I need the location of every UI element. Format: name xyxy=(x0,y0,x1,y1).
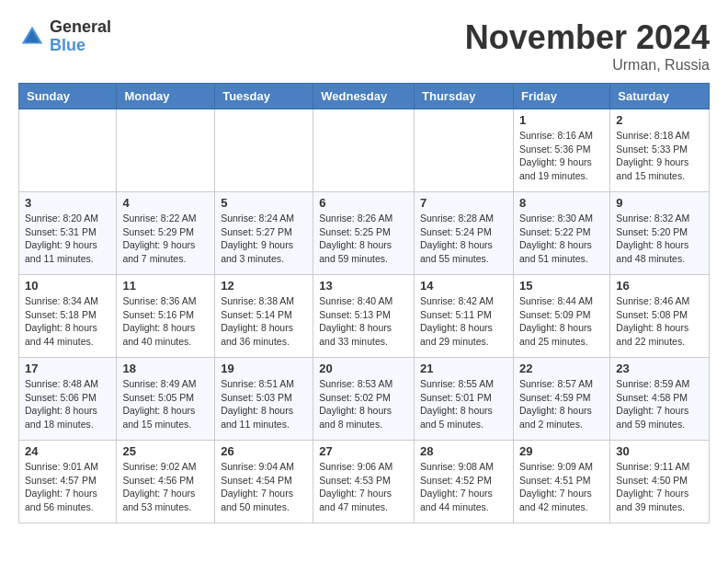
calendar-cell xyxy=(117,109,215,192)
day-info: Sunrise: 9:02 AMSunset: 4:56 PMDaylight:… xyxy=(122,460,209,514)
calendar-cell: 18 Sunrise: 8:49 AMSunset: 5:05 PMDaylig… xyxy=(117,358,215,441)
calendar-cell: 1 Sunrise: 8:16 AMSunset: 5:36 PMDayligh… xyxy=(513,109,609,192)
day-number: 24 xyxy=(25,444,110,458)
day-info: Sunrise: 9:04 AMSunset: 4:54 PMDaylight:… xyxy=(221,460,307,514)
calendar-cell xyxy=(215,109,313,192)
day-info: Sunrise: 8:20 AMSunset: 5:31 PMDaylight:… xyxy=(25,212,110,266)
day-info: Sunrise: 8:24 AMSunset: 5:27 PMDaylight:… xyxy=(221,212,307,266)
day-number: 5 xyxy=(221,196,307,210)
calendar-cell: 15 Sunrise: 8:44 AMSunset: 5:09 PMDaylig… xyxy=(513,275,609,358)
calendar-cell: 6 Sunrise: 8:26 AMSunset: 5:25 PMDayligh… xyxy=(313,192,415,275)
day-info: Sunrise: 8:38 AMSunset: 5:14 PMDaylight:… xyxy=(221,294,307,349)
calendar-header-tuesday: Tuesday xyxy=(215,84,313,109)
day-number: 15 xyxy=(519,279,604,293)
day-number: 8 xyxy=(519,196,604,210)
logo: General Blue xyxy=(18,18,111,55)
day-number: 7 xyxy=(420,196,507,210)
day-number: 27 xyxy=(319,444,408,458)
calendar-cell: 23 Sunrise: 8:59 AMSunset: 4:58 PMDaylig… xyxy=(610,358,710,441)
calendar-header-row: SundayMondayTuesdayWednesdayThursdayFrid… xyxy=(19,84,710,109)
calendar-cell: 14 Sunrise: 8:42 AMSunset: 5:11 PMDaylig… xyxy=(415,275,514,358)
day-info: Sunrise: 8:55 AMSunset: 5:01 PMDaylight:… xyxy=(420,377,507,431)
day-number: 10 xyxy=(25,279,110,293)
calendar-cell xyxy=(313,109,415,192)
day-number: 22 xyxy=(519,362,604,375)
day-info: Sunrise: 9:09 AMSunset: 4:51 PMDaylight:… xyxy=(519,460,604,514)
header: General Blue November 2024 Urman, Russia xyxy=(18,18,710,74)
calendar-week-4: 17 Sunrise: 8:48 AMSunset: 5:06 PMDaylig… xyxy=(19,358,710,441)
day-info: Sunrise: 8:22 AMSunset: 5:29 PMDaylight:… xyxy=(122,212,209,266)
day-info: Sunrise: 8:36 AMSunset: 5:16 PMDaylight:… xyxy=(122,294,209,349)
day-number: 19 xyxy=(221,362,307,375)
calendar-cell: 22 Sunrise: 8:57 AMSunset: 4:59 PMDaylig… xyxy=(513,358,609,441)
day-info: Sunrise: 8:30 AMSunset: 5:22 PMDaylight:… xyxy=(519,212,604,266)
calendar-cell: 3 Sunrise: 8:20 AMSunset: 5:31 PMDayligh… xyxy=(19,192,117,275)
calendar-cell: 10 Sunrise: 8:34 AMSunset: 5:18 PMDaylig… xyxy=(19,275,117,358)
day-info: Sunrise: 8:46 AMSunset: 5:08 PMDaylight:… xyxy=(616,294,703,349)
day-number: 25 xyxy=(122,444,209,458)
day-number: 6 xyxy=(319,196,408,210)
calendar-week-1: 1 Sunrise: 8:16 AMSunset: 5:36 PMDayligh… xyxy=(19,109,710,192)
day-info: Sunrise: 9:06 AMSunset: 4:53 PMDaylight:… xyxy=(319,460,408,514)
calendar-header-wednesday: Wednesday xyxy=(313,84,415,109)
day-info: Sunrise: 8:48 AMSunset: 5:06 PMDaylight:… xyxy=(25,377,110,431)
calendar-cell: 21 Sunrise: 8:55 AMSunset: 5:01 PMDaylig… xyxy=(415,358,514,441)
calendar-header-saturday: Saturday xyxy=(610,84,710,109)
calendar-cell: 29 Sunrise: 9:09 AMSunset: 4:51 PMDaylig… xyxy=(513,441,609,523)
day-number: 12 xyxy=(221,279,307,293)
calendar-cell: 28 Sunrise: 9:08 AMSunset: 4:52 PMDaylig… xyxy=(415,441,514,523)
day-number: 14 xyxy=(420,279,507,293)
day-info: Sunrise: 8:57 AMSunset: 4:59 PMDaylight:… xyxy=(519,377,604,431)
calendar-week-2: 3 Sunrise: 8:20 AMSunset: 5:31 PMDayligh… xyxy=(19,192,710,275)
calendar-header-thursday: Thursday xyxy=(415,84,514,109)
day-info: Sunrise: 8:49 AMSunset: 5:05 PMDaylight:… xyxy=(122,377,209,431)
day-info: Sunrise: 8:34 AMSunset: 5:18 PMDaylight:… xyxy=(25,294,110,349)
day-number: 23 xyxy=(616,362,703,375)
day-info: Sunrise: 8:26 AMSunset: 5:25 PMDaylight:… xyxy=(319,212,408,266)
calendar-cell: 26 Sunrise: 9:04 AMSunset: 4:54 PMDaylig… xyxy=(215,441,313,523)
calendar-week-5: 24 Sunrise: 9:01 AMSunset: 4:57 PMDaylig… xyxy=(19,441,710,523)
calendar-cell: 24 Sunrise: 9:01 AMSunset: 4:57 PMDaylig… xyxy=(19,441,117,523)
day-info: Sunrise: 8:53 AMSunset: 5:02 PMDaylight:… xyxy=(319,377,408,431)
calendar-cell: 30 Sunrise: 9:11 AMSunset: 4:50 PMDaylig… xyxy=(610,441,710,523)
day-number: 21 xyxy=(420,362,507,375)
day-number: 17 xyxy=(25,362,110,375)
day-number: 26 xyxy=(221,444,307,458)
calendar-cell: 8 Sunrise: 8:30 AMSunset: 5:22 PMDayligh… xyxy=(513,192,609,275)
calendar-cell: 7 Sunrise: 8:28 AMSunset: 5:24 PMDayligh… xyxy=(415,192,514,275)
title-area: November 2024 Urman, Russia xyxy=(465,18,710,74)
calendar-cell: 16 Sunrise: 8:46 AMSunset: 5:08 PMDaylig… xyxy=(610,275,710,358)
day-info: Sunrise: 8:18 AMSunset: 5:33 PMDaylight:… xyxy=(616,129,703,183)
calendar-header-friday: Friday xyxy=(513,84,609,109)
calendar-cell: 12 Sunrise: 8:38 AMSunset: 5:14 PMDaylig… xyxy=(215,275,313,358)
calendar-header-sunday: Sunday xyxy=(19,84,117,109)
calendar-cell: 2 Sunrise: 8:18 AMSunset: 5:33 PMDayligh… xyxy=(610,109,710,192)
day-number: 16 xyxy=(616,279,703,293)
calendar-cell xyxy=(415,109,514,192)
day-number: 3 xyxy=(25,196,110,210)
day-info: Sunrise: 8:44 AMSunset: 5:09 PMDaylight:… xyxy=(519,294,604,349)
day-number: 28 xyxy=(420,444,507,458)
calendar-cell: 4 Sunrise: 8:22 AMSunset: 5:29 PMDayligh… xyxy=(117,192,215,275)
calendar-cell: 9 Sunrise: 8:32 AMSunset: 5:20 PMDayligh… xyxy=(610,192,710,275)
calendar-cell: 17 Sunrise: 8:48 AMSunset: 5:06 PMDaylig… xyxy=(19,358,117,441)
day-info: Sunrise: 9:11 AMSunset: 4:50 PMDaylight:… xyxy=(616,460,703,514)
calendar-cell: 13 Sunrise: 8:40 AMSunset: 5:13 PMDaylig… xyxy=(313,275,415,358)
day-number: 1 xyxy=(519,113,604,127)
day-number: 20 xyxy=(319,362,408,375)
calendar-cell: 11 Sunrise: 8:36 AMSunset: 5:16 PMDaylig… xyxy=(117,275,215,358)
day-number: 30 xyxy=(616,444,703,458)
day-number: 2 xyxy=(616,113,703,127)
calendar-header-monday: Monday xyxy=(117,84,215,109)
logo-blue: Blue xyxy=(50,37,111,55)
calendar-cell: 27 Sunrise: 9:06 AMSunset: 4:53 PMDaylig… xyxy=(313,441,415,523)
day-info: Sunrise: 8:51 AMSunset: 5:03 PMDaylight:… xyxy=(221,377,307,431)
day-info: Sunrise: 9:08 AMSunset: 4:52 PMDaylight:… xyxy=(420,460,507,514)
calendar: SundayMondayTuesdayWednesdayThursdayFrid… xyxy=(18,83,710,523)
day-info: Sunrise: 8:40 AMSunset: 5:13 PMDaylight:… xyxy=(319,294,408,349)
calendar-cell: 5 Sunrise: 8:24 AMSunset: 5:27 PMDayligh… xyxy=(215,192,313,275)
day-info: Sunrise: 8:28 AMSunset: 5:24 PMDaylight:… xyxy=(420,212,507,266)
logo-general: General xyxy=(50,18,111,37)
calendar-week-3: 10 Sunrise: 8:34 AMSunset: 5:18 PMDaylig… xyxy=(19,275,710,358)
month-title: November 2024 xyxy=(465,18,710,57)
